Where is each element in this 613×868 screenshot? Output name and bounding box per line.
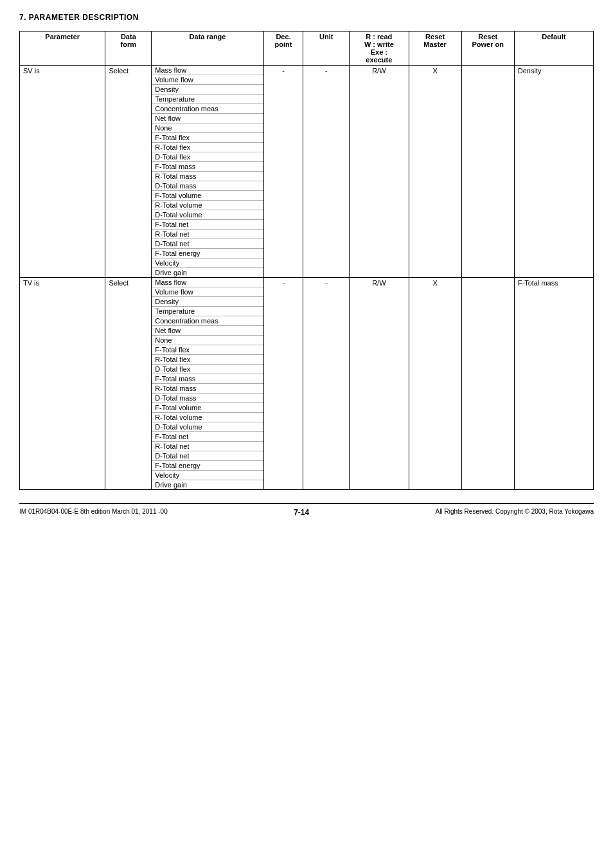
reset-power-cell bbox=[461, 66, 514, 278]
data-range-item: R-Total net bbox=[152, 230, 263, 239]
footer-right: All Rights Reserved. Copyright © 2003, R… bbox=[436, 508, 594, 517]
header-data-range: Data range bbox=[152, 32, 263, 66]
data-range-item: Density bbox=[152, 297, 263, 307]
data-range-item: F-Total mass bbox=[152, 162, 263, 172]
unit-cell: - bbox=[303, 278, 350, 490]
data-range-item: R-Total flex bbox=[152, 143, 263, 152]
data-range-item: Net flow bbox=[152, 114, 263, 123]
data-range-item: Velocity bbox=[152, 258, 263, 268]
data-range-item: Density bbox=[152, 85, 263, 95]
footer-left: IM 01R04B04-00E-E 8th edition March 01, … bbox=[19, 508, 168, 517]
reset-master-cell: X bbox=[409, 66, 461, 278]
data-form-cell: Select bbox=[105, 278, 152, 490]
data-range-item: Temperature bbox=[152, 307, 263, 316]
data-range-item: F-Total net bbox=[152, 432, 263, 442]
data-range-item: F-Total volume bbox=[152, 403, 263, 413]
data-range-item: D-Total flex bbox=[152, 365, 263, 374]
data-range-item: F-Total net bbox=[152, 220, 263, 230]
footer: IM 01R04B04-00E-E 8th edition March 01, … bbox=[19, 503, 594, 517]
data-range-item: R-Total mass bbox=[152, 384, 263, 393]
data-range-item: D-Total flex bbox=[152, 152, 263, 162]
header-dec-point: Dec. point bbox=[263, 32, 303, 66]
header-data-form: Data form bbox=[105, 32, 152, 66]
header-reset-master: Reset Master bbox=[409, 32, 461, 66]
header-parameter: Parameter bbox=[20, 32, 105, 66]
header-rw: R : read W : write Exe : execute bbox=[350, 32, 409, 66]
data-range-item: D-Total net bbox=[152, 451, 263, 461]
unit-cell: - bbox=[303, 66, 350, 278]
data-range-item: Mass flow bbox=[152, 66, 263, 75]
data-range-item: F-Total energy bbox=[152, 461, 263, 471]
data-range-item: F-Total flex bbox=[152, 133, 263, 143]
parameter-table: Parameter Data form Data range Dec. poin… bbox=[19, 31, 594, 490]
dec-point-cell: - bbox=[263, 66, 303, 278]
data-range-item: F-Total mass bbox=[152, 374, 263, 384]
data-range-item: D-Total volume bbox=[152, 422, 263, 432]
data-range-item: Net flow bbox=[152, 326, 263, 336]
data-range-item: D-Total mass bbox=[152, 181, 263, 191]
data-form-cell: Select bbox=[105, 66, 152, 278]
data-range-item: Drive gain bbox=[152, 480, 263, 489]
default-cell: F-Total mass bbox=[514, 278, 593, 490]
data-range-cell: Mass flowVolume flowDensityTemperatureCo… bbox=[152, 278, 263, 490]
param-cell: TV is bbox=[20, 278, 105, 490]
table-row: SV isSelectMass flowVolume flowDensityTe… bbox=[20, 66, 594, 278]
table-row: TV isSelectMass flowVolume flowDensityTe… bbox=[20, 278, 594, 490]
data-range-item: Velocity bbox=[152, 471, 263, 480]
data-range-item: Concentration meas bbox=[152, 316, 263, 326]
data-range-item: Mass flow bbox=[152, 278, 263, 287]
dec-point-cell: - bbox=[263, 278, 303, 490]
data-range-item: Drive gain bbox=[152, 268, 263, 277]
data-range-item: R-Total mass bbox=[152, 172, 263, 181]
data-range-item: D-Total net bbox=[152, 239, 263, 249]
data-range-item: R-Total volume bbox=[152, 413, 263, 422]
header-unit: Unit bbox=[303, 32, 350, 66]
reset-master-cell: X bbox=[409, 278, 461, 490]
footer-center: 7-14 bbox=[294, 508, 309, 517]
data-range-item: Temperature bbox=[152, 95, 263, 104]
param-cell: SV is bbox=[20, 66, 105, 278]
data-range-cell: Mass flowVolume flowDensityTemperatureCo… bbox=[152, 66, 263, 278]
rw-cell: R/W bbox=[350, 278, 409, 490]
data-range-item: F-Total energy bbox=[152, 249, 263, 258]
rw-cell: R/W bbox=[350, 66, 409, 278]
data-range-item: R-Total volume bbox=[152, 201, 263, 210]
data-range-item: D-Total volume bbox=[152, 210, 263, 220]
data-range-item: R-Total net bbox=[152, 442, 263, 451]
data-range-item: R-Total flex bbox=[152, 355, 263, 365]
default-cell: Density bbox=[514, 66, 593, 278]
data-range-item: None bbox=[152, 336, 263, 345]
data-range-item: F-Total flex bbox=[152, 345, 263, 355]
data-range-item: None bbox=[152, 123, 263, 133]
reset-power-cell bbox=[461, 278, 514, 490]
page-title: 7. PARAMETER DESCRIPTION bbox=[19, 13, 594, 22]
data-range-item: Concentration meas bbox=[152, 104, 263, 114]
data-range-item: D-Total mass bbox=[152, 393, 263, 403]
data-range-item: Volume flow bbox=[152, 287, 263, 297]
data-range-item: Volume flow bbox=[152, 75, 263, 85]
header-default: Default bbox=[514, 32, 593, 66]
header-reset-power: Reset Power on bbox=[461, 32, 514, 66]
data-range-item: F-Total volume bbox=[152, 191, 263, 201]
